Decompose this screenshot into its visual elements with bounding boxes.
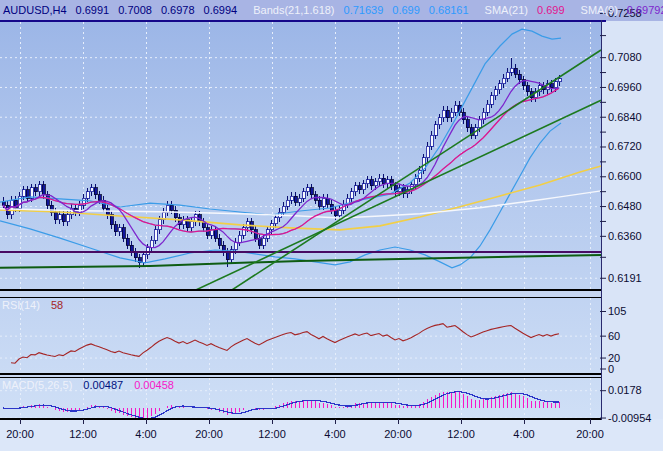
price-axis-label: 0.6960 [608, 81, 642, 93]
price-axis-label: 60 [608, 330, 620, 342]
candle-body [234, 242, 237, 250]
bands-indicator-label: Bands(21,1.618) [253, 4, 334, 16]
candle-body [94, 188, 97, 195]
candle-body [98, 195, 101, 200]
macd-label: MACD(5,26,5) [2, 379, 72, 391]
rsi-panel-bottom-border [0, 373, 602, 375]
candle-body [382, 178, 385, 184]
candle-body [306, 188, 309, 192]
candle-body [90, 188, 93, 192]
upper-trendline[interactable] [232, 50, 601, 290]
candle-body [494, 90, 497, 96]
candle-body [446, 110, 449, 118]
candle-body [130, 245, 133, 252]
candle-body [434, 125, 437, 135]
time-axis-label: 4:00 [513, 428, 534, 440]
candle-body [378, 178, 381, 182]
candle-body [218, 238, 221, 245]
chart-header: AUDUSD,H4 0.6991 0.7008 0.6978 0.6994 Ba… [0, 0, 663, 20]
candle-body [18, 196, 21, 208]
time-axis-label: 20:00 [384, 428, 412, 440]
candle-body [46, 195, 49, 205]
panel-divider[interactable] [0, 291, 602, 297]
main-panel-bottom-border [0, 289, 602, 291]
price-axis-label: 0 [608, 363, 614, 375]
candle-body [142, 255, 145, 263]
price-axis-label: 0.6360 [608, 230, 642, 242]
time-axis-label: 12:00 [258, 428, 286, 440]
candle-body [554, 82, 557, 88]
candle-body [214, 230, 217, 238]
low-value: 0.6978 [161, 4, 195, 16]
candle-body [426, 146, 429, 158]
candle-body [86, 192, 89, 198]
candle-body [286, 200, 289, 206]
candle-body [54, 212, 57, 220]
candle-body [58, 215, 61, 220]
panel-borders [0, 20, 606, 420]
symbol-timeframe-label: AUDUSD,H4 [3, 4, 67, 16]
candle-body [506, 72, 509, 78]
price-axis-label: 0.6600 [608, 170, 642, 182]
trend-objects [0, 50, 601, 290]
rsi-label: RSI(14) [2, 299, 40, 311]
time-axis-label: 20:00 [576, 428, 604, 440]
candle-body [226, 252, 229, 260]
candle-body [262, 238, 265, 245]
bollinger-upper-line [0, 29, 561, 215]
candle-body [114, 225, 117, 232]
time-axis-label: 20:00 [195, 428, 223, 440]
price-axis-label: 0.6191 [608, 272, 642, 284]
chart-window: 0.72580.70800.69600.68400.67200.66000.64… [0, 0, 663, 451]
candle-body [62, 215, 65, 222]
price-axis-label: 0.0178 [608, 384, 642, 396]
candle-body [190, 222, 193, 228]
sma21-indicator-label: SMA(21) [485, 4, 528, 16]
candle-body [430, 135, 433, 146]
macd-main-value: 0.00487 [83, 379, 123, 391]
band-middle-value: 0.699 [392, 4, 420, 16]
candle-body [38, 185, 41, 192]
candle-body [442, 110, 445, 118]
band-lower-value: 0.68161 [429, 4, 469, 16]
candle-body [126, 238, 129, 245]
candle-body [486, 104, 489, 112]
macd-signal-value: 0.00458 [134, 379, 174, 391]
price-axis-label: 0.6480 [608, 200, 642, 212]
rsi-panel-header: RSI(14) 58 [2, 299, 71, 311]
candle-body [518, 74, 521, 80]
rsi-series [11, 324, 559, 364]
candle-body [254, 230, 257, 238]
open-value: 0.6991 [76, 4, 110, 16]
time-axis-label: 20:00 [6, 428, 34, 440]
candle-body [366, 180, 369, 184]
macd-panel-top-border [0, 377, 602, 378]
candle-body [170, 205, 173, 210]
candle-body [358, 186, 361, 190]
price-axis-label: 0.7080 [608, 51, 642, 63]
candle-body [374, 182, 377, 186]
macd-panel-header: MACD(5,26,5) 0.00487 0.00458 [2, 379, 182, 391]
green-horizontal-line[interactable] [0, 255, 601, 268]
candle-body [294, 196, 297, 202]
candle-body [550, 84, 553, 88]
gridlines [0, 22, 601, 418]
candle-body [202, 222, 205, 228]
macd-panel-bottom-border [0, 418, 602, 420]
candle-body [558, 79, 561, 82]
candle-body [350, 192, 353, 198]
panel-divider[interactable] [0, 375, 602, 377]
sma9-line [3, 80, 559, 247]
candle-body [282, 206, 285, 212]
candle-body [490, 96, 493, 104]
candle-body [166, 205, 169, 212]
candle-body [502, 78, 505, 84]
time-axis-label: 12:00 [447, 428, 475, 440]
candle-body [110, 215, 113, 225]
sma9-indicator-label: SMA(9) [581, 4, 618, 16]
candle-body [510, 68, 513, 72]
rsi-value: 58 [51, 299, 63, 311]
candle-body [450, 112, 453, 118]
close-value: 0.6994 [204, 4, 238, 16]
candle-body [174, 210, 177, 218]
